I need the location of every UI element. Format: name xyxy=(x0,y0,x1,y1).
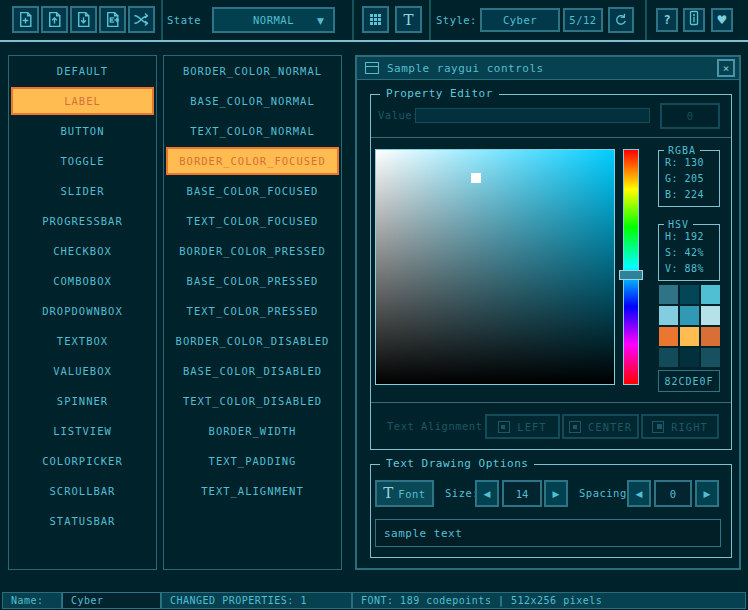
list-item[interactable]: SCROLLBAR xyxy=(11,477,154,505)
toolbar-separator xyxy=(161,0,163,40)
list-item[interactable]: BASE_COLOR_FOCUSED xyxy=(166,177,339,205)
arrow-right-icon: ▶ xyxy=(553,489,560,499)
list-item[interactable]: VALUEBOX xyxy=(11,357,154,385)
hsv-s: S: 42% xyxy=(665,245,719,261)
list-item[interactable]: BUTTON xyxy=(11,117,154,145)
palette-swatch[interactable] xyxy=(659,348,678,367)
list-item[interactable]: BASE_COLOR_DISABLED xyxy=(166,357,339,385)
style-reload-button[interactable] xyxy=(608,7,634,33)
palette-swatch[interactable] xyxy=(701,327,720,346)
align-left-button[interactable]: LEFT xyxy=(485,414,560,439)
list-item[interactable]: TEXT_COLOR_FOCUSED xyxy=(166,207,339,235)
rguistyler-app: State NORMAL ▼ T Style: Cyber 5/12 ? xyxy=(0,0,748,610)
palette-swatch[interactable] xyxy=(659,285,678,304)
list-item[interactable]: TEXT_ALIGNMENT xyxy=(166,477,339,505)
state-label: State xyxy=(167,14,201,26)
toolbar: State NORMAL ▼ T Style: Cyber 5/12 ? xyxy=(0,0,748,42)
list-item[interactable]: TEXT_PADDING xyxy=(166,447,339,475)
list-item[interactable]: PROGRESSBAR xyxy=(11,207,154,235)
palette-swatch[interactable] xyxy=(680,306,699,325)
list-item[interactable]: TEXT_COLOR_PRESSED xyxy=(166,297,339,325)
value-slider[interactable] xyxy=(415,108,650,123)
list-item[interactable]: SLIDER xyxy=(11,177,154,205)
list-item[interactable]: TEXT_COLOR_NORMAL xyxy=(166,117,339,145)
size-decrease-button[interactable]: ◀ xyxy=(475,480,499,507)
spacing-increase-button[interactable]: ▶ xyxy=(695,480,719,507)
list-item[interactable]: BORDER_COLOR_PRESSED xyxy=(166,237,339,265)
align-center-button[interactable]: CENTER xyxy=(562,414,639,439)
list-item[interactable]: COMBOBOX xyxy=(11,267,154,295)
align-right-button[interactable]: RIGHT xyxy=(641,414,719,439)
statusbar-font-info: FONT: 189 codepoints | 512x256 pixels xyxy=(352,592,746,609)
hue-slider-handle[interactable] xyxy=(619,270,643,280)
window-title: Sample raygui controls xyxy=(387,62,544,75)
palette-swatch[interactable] xyxy=(659,306,678,325)
list-item[interactable]: SPINNER xyxy=(11,387,154,415)
value-box[interactable]: 0 xyxy=(660,103,720,129)
list-item[interactable]: STATUSBAR xyxy=(11,507,154,535)
list-item[interactable]: DEFAULT xyxy=(11,57,154,85)
style-label: Style: xyxy=(436,14,477,26)
list-item[interactable]: BASE_COLOR_PRESSED xyxy=(166,267,339,295)
file-export-button[interactable] xyxy=(99,6,126,33)
palette-swatch[interactable] xyxy=(701,348,720,367)
window-close-button[interactable]: × xyxy=(717,59,735,77)
align-right-icon xyxy=(652,421,664,433)
file-save-button[interactable] xyxy=(70,6,97,33)
about-button[interactable] xyxy=(683,8,705,32)
sample-text-input[interactable]: sample text xyxy=(375,519,721,547)
window-titlebar[interactable]: Sample raygui controls × xyxy=(357,57,739,80)
style-random-button[interactable] xyxy=(128,6,155,33)
list-item[interactable]: TOGGLE xyxy=(11,147,154,175)
list-item[interactable]: LABEL xyxy=(11,87,154,115)
color-picker-panel[interactable] xyxy=(375,149,615,385)
state-dropdown[interactable]: NORMAL ▼ xyxy=(212,7,335,33)
separator-line xyxy=(370,137,732,138)
spacing-value-box[interactable]: 0 xyxy=(654,480,692,507)
style-name-input[interactable]: Cyber xyxy=(62,592,161,609)
file-new-button[interactable] xyxy=(12,6,39,33)
palette-swatch[interactable] xyxy=(701,306,720,325)
size-increase-button[interactable]: ▶ xyxy=(544,480,568,507)
properties-list: BORDER_COLOR_NORMALBASE_COLOR_NORMALTEXT… xyxy=(163,55,342,570)
hsv-title: HSV xyxy=(664,219,693,230)
hue-bar[interactable] xyxy=(623,149,639,385)
palette-swatch[interactable] xyxy=(680,327,699,346)
size-value-box[interactable]: 14 xyxy=(502,480,542,507)
statusbar-changed-properties: CHANGED PROPERTIES: 1 xyxy=(161,592,352,609)
help-button[interactable]: ? xyxy=(656,8,678,32)
rgba-b: B: 224 xyxy=(665,187,719,203)
list-item[interactable]: DROPDOWNBOX xyxy=(11,297,154,325)
palette-swatch[interactable] xyxy=(680,285,699,304)
list-item[interactable]: BORDER_COLOR_DISABLED xyxy=(166,327,339,355)
color-picker-cursor[interactable] xyxy=(471,173,481,183)
file-load-button[interactable] xyxy=(41,6,68,33)
hsv-h: H: 192 xyxy=(665,229,719,245)
style-color-palette xyxy=(659,285,723,367)
question-icon: ? xyxy=(663,13,670,27)
list-item[interactable]: BORDER_COLOR_FOCUSED xyxy=(166,147,339,175)
palette-swatch[interactable] xyxy=(701,285,720,304)
sponsor-button[interactable]: ♥ xyxy=(711,8,733,32)
list-item[interactable]: BASE_COLOR_NORMAL xyxy=(166,87,339,115)
list-item[interactable]: BORDER_WIDTH xyxy=(166,417,339,445)
list-item[interactable]: TEXTBOX xyxy=(11,327,154,355)
list-item[interactable]: COLORPICKER xyxy=(11,447,154,475)
arrow-left-icon: ◀ xyxy=(484,489,491,499)
hex-value-box[interactable]: 82CDE0F xyxy=(658,370,720,392)
grid-toggle-button[interactable] xyxy=(362,6,389,33)
font-icon: T xyxy=(383,486,393,501)
list-item[interactable]: TEXT_COLOR_DISABLED xyxy=(166,387,339,415)
chevron-down-icon: ▼ xyxy=(317,16,324,26)
text-preview-toggle-button[interactable]: T xyxy=(395,6,422,33)
font-button[interactable]: T Font xyxy=(375,480,434,507)
palette-swatch[interactable] xyxy=(680,348,699,367)
state-dropdown-value: NORMAL xyxy=(253,14,294,26)
style-counter: 5/12 xyxy=(563,8,603,32)
list-item[interactable]: LISTVIEW xyxy=(11,417,154,445)
palette-swatch[interactable] xyxy=(659,327,678,346)
spacing-decrease-button[interactable]: ◀ xyxy=(627,480,651,507)
style-name-button[interactable]: Cyber xyxy=(480,8,560,32)
list-item[interactable]: BORDER_COLOR_NORMAL xyxy=(166,57,339,85)
list-item[interactable]: CHECKBOX xyxy=(11,237,154,265)
